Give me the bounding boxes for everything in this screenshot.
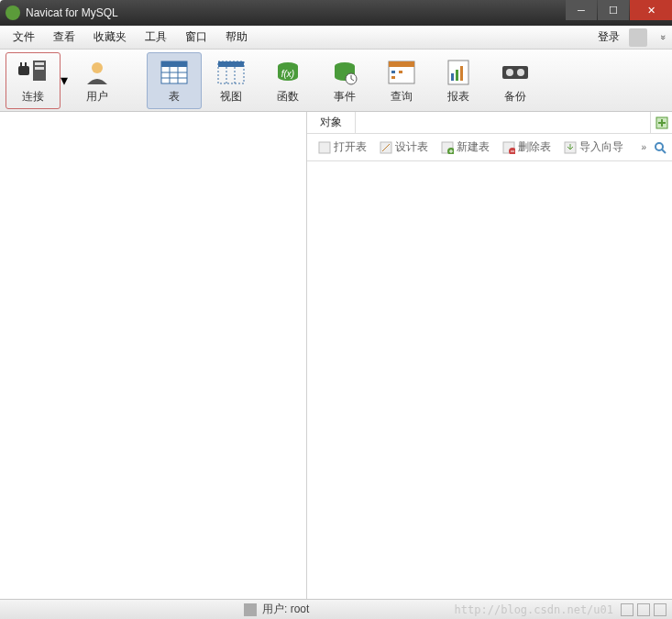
app-icon [6, 6, 20, 20]
design-table-label: 设计表 [395, 139, 428, 155]
event-label: 事件 [334, 89, 356, 105]
login-link[interactable]: 登录 [592, 29, 625, 45]
svg-rect-31 [460, 66, 463, 81]
window-controls: ─ ☐ ✕ [566, 0, 672, 26]
minimize-button[interactable]: ─ [566, 0, 597, 20]
user-icon [83, 56, 111, 89]
svg-rect-4 [20, 62, 22, 67]
report-label: 报表 [447, 89, 469, 105]
view-mode-switcher [621, 603, 666, 616]
add-object-icon[interactable] [650, 112, 672, 133]
svg-rect-2 [35, 67, 44, 70]
function-label: 函数 [277, 89, 299, 105]
svg-point-6 [92, 62, 103, 73]
content-area: 对象 打开表 设计表 新建表 [0, 112, 672, 599]
open-table-label: 打开表 [334, 139, 367, 155]
titlebar[interactable]: Navicat for MySQL ─ ☐ ✕ [0, 0, 672, 26]
svg-point-34 [517, 69, 524, 76]
menu-file[interactable]: 文件 [4, 26, 44, 49]
table-icon [160, 56, 189, 89]
view-label: 视图 [220, 89, 242, 105]
svg-rect-27 [391, 76, 395, 79]
status-user-label: 用户: root [262, 602, 309, 617]
svg-rect-30 [456, 70, 458, 81]
menu-favorites[interactable]: 收藏夹 [84, 26, 136, 49]
user-label: 用户 [86, 89, 108, 105]
svg-point-48 [655, 143, 663, 150]
table-label: 表 [169, 89, 180, 105]
query-button[interactable]: 查询 [374, 52, 429, 109]
open-table-button[interactable]: 打开表 [313, 139, 372, 155]
import-label: 导入向导 [579, 139, 623, 155]
import-wizard-button[interactable]: 导入向导 [558, 139, 629, 155]
app-window: Navicat for MySQL ─ ☐ ✕ 文件 查看 收藏夹 工具 窗口 … [0, 0, 672, 619]
backup-icon [501, 56, 530, 89]
view-icon [216, 56, 246, 89]
design-table-button[interactable]: 设计表 [374, 139, 434, 155]
event-icon [331, 56, 358, 89]
window-title: Navicat for MySQL [26, 6, 566, 19]
plug-server-icon [17, 56, 50, 89]
main-toolbar: 连接 ▾ 用户 表 视图 f(x) 函数 [0, 50, 672, 112]
svg-line-49 [662, 149, 666, 153]
menu-tools[interactable]: 工具 [136, 26, 176, 49]
toolbar-overflow-icon[interactable]: » [658, 35, 668, 40]
object-action-row: 打开表 设计表 新建表 删除表 导入向导 [307, 134, 672, 161]
delete-table-button[interactable]: 删除表 [497, 139, 556, 155]
new-table-button[interactable]: 新建表 [435, 139, 495, 155]
svg-rect-1 [35, 62, 44, 65]
function-icon: f(x) [274, 56, 302, 89]
object-pane: 对象 打开表 设计表 新建表 [307, 112, 672, 599]
watermark-text: http://blog.csdn.net/u01 [455, 603, 613, 616]
menubar: 文件 查看 收藏夹 工具 窗口 帮助 登录 » [0, 26, 672, 50]
query-icon [387, 56, 416, 89]
close-button[interactable]: ✕ [630, 0, 672, 20]
status-icon [244, 603, 257, 616]
backup-button[interactable]: 备份 [488, 52, 543, 109]
svg-rect-3 [18, 66, 29, 75]
statusbar: 用户: root http://blog.csdn.net/u01 [0, 599, 672, 619]
svg-text:f(x): f(x) [281, 69, 294, 79]
user-button[interactable]: 用户 [70, 52, 125, 109]
design-table-icon [380, 141, 392, 154]
menu-view[interactable]: 查看 [44, 26, 84, 49]
object-tab[interactable]: 对象 [307, 112, 356, 133]
backup-label: 备份 [504, 89, 526, 105]
delete-table-label: 删除表 [518, 139, 551, 155]
open-table-icon [318, 141, 331, 154]
menu-help[interactable]: 帮助 [216, 26, 257, 49]
new-table-icon [441, 141, 454, 154]
svg-rect-5 [25, 62, 27, 67]
svg-rect-26 [399, 71, 402, 73]
svg-rect-38 [319, 142, 330, 153]
report-icon [446, 56, 471, 89]
user-avatar-icon[interactable] [629, 28, 647, 47]
svg-rect-25 [391, 71, 395, 73]
connection-dropdown-icon[interactable]: ▾ [61, 72, 68, 89]
search-icon[interactable] [654, 141, 666, 154]
menu-window[interactable]: 窗口 [176, 26, 216, 49]
connection-label: 连接 [22, 89, 44, 105]
report-button[interactable]: 报表 [431, 52, 486, 109]
svg-rect-24 [389, 61, 414, 67]
connection-tree-pane[interactable] [0, 112, 307, 599]
view-mode-list-icon[interactable] [637, 603, 650, 616]
svg-point-33 [506, 69, 513, 76]
view-mode-grid-icon[interactable] [621, 603, 633, 616]
svg-rect-8 [161, 61, 187, 67]
event-button[interactable]: 事件 [317, 52, 372, 109]
function-button[interactable]: f(x) 函数 [260, 52, 315, 109]
object-search-input[interactable] [356, 112, 650, 133]
table-button[interactable]: 表 [147, 52, 202, 109]
delete-table-icon [502, 141, 515, 154]
view-mode-detail-icon[interactable] [654, 603, 666, 616]
action-overflow-icon[interactable]: » [641, 142, 646, 152]
view-button[interactable]: 视图 [204, 52, 259, 109]
connection-button[interactable]: 连接 [6, 52, 61, 109]
object-list-area[interactable] [307, 161, 672, 599]
new-table-label: 新建表 [457, 139, 490, 155]
svg-rect-29 [451, 73, 454, 81]
query-label: 查询 [391, 89, 413, 105]
object-tab-row: 对象 [307, 112, 672, 134]
maximize-button[interactable]: ☐ [598, 0, 629, 20]
